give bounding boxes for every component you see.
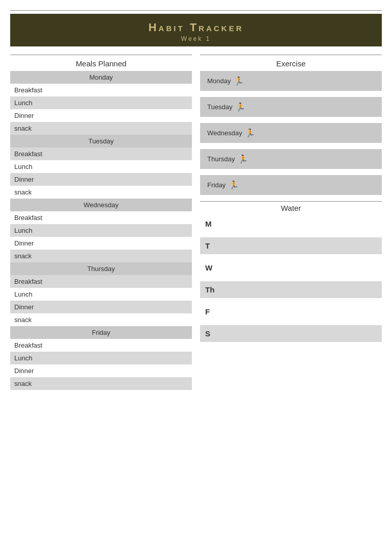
page-subtitle: Week 1 [15,35,377,42]
meal-row[interactable]: snack [10,250,192,262]
water-section-header: Water [200,201,382,215]
water-day-label: Th [205,285,219,294]
water-day-label: F [205,307,219,316]
runner-icon: 🏃 [245,128,255,138]
exercise-row-thursday[interactable]: Thursday 🏃 [200,149,382,169]
water-row[interactable]: F [200,303,382,320]
meal-row[interactable]: Breakfast [10,211,192,224]
water-row[interactable]: W [200,259,382,276]
water-row[interactable]: S [200,325,382,342]
meal-row[interactable]: Lunch [10,224,192,237]
water-day-label: S [205,329,219,338]
water-row[interactable]: M [200,215,382,232]
day-header-tuesday: Tuesday [10,135,192,148]
meal-row[interactable]: snack [10,377,192,390]
meal-row[interactable]: Dinner [10,364,192,377]
runner-icon: 🏃 [229,180,239,190]
water-day-label: M [205,219,219,228]
meal-row[interactable]: snack [10,313,192,326]
water-row[interactable]: T [200,237,382,254]
meal-row[interactable]: Dinner [10,173,192,186]
runner-icon: 🏃 [238,154,248,164]
meal-row[interactable]: Breakfast [10,84,192,96]
exercise-day-label: Tuesday [207,103,232,111]
runner-icon: 🏃 [235,102,246,112]
top-border [10,10,382,11]
day-header-friday: Friday [10,326,192,339]
meals-section: Meals Planned MondayBreakfastLunchDinner… [10,55,192,390]
exercise-day-label: Monday [207,77,231,85]
meal-row[interactable]: Breakfast [10,339,192,352]
exercise-day-label: Friday [207,181,226,189]
water-day-label: W [205,263,219,272]
water-day-label: T [205,241,219,250]
meal-row[interactable]: Lunch [10,288,192,301]
exercise-row-friday[interactable]: Friday 🏃 [200,175,382,195]
water-row[interactable]: Th [200,281,382,298]
meal-row[interactable]: snack [10,186,192,199]
day-header-thursday: Thursday [10,262,192,275]
exercise-row-wednesday[interactable]: Wednesday 🏃 [200,123,382,143]
day-header-wednesday: Wednesday [10,199,192,211]
exercise-day-label: Wednesday [207,129,242,137]
exercise-section: Exercise Monday 🏃Tuesday 🏃Wednesday 🏃Thu… [200,55,382,195]
exercise-row-monday[interactable]: Monday 🏃 [200,71,382,91]
meal-row[interactable]: Dinner [10,237,192,250]
exercise-container: Monday 🏃Tuesday 🏃Wednesday 🏃Thursday 🏃Fr… [200,71,382,195]
meal-row[interactable]: Lunch [10,96,192,109]
header-bar: Habit Tracker Week 1 [10,14,382,46]
exercise-row-tuesday[interactable]: Tuesday 🏃 [200,97,382,117]
water-section: Water MTWThFS [200,201,382,342]
meal-row[interactable]: snack [10,122,192,135]
meal-row[interactable]: Lunch [10,160,192,173]
meal-row[interactable]: Dinner [10,109,192,122]
meal-row[interactable]: Breakfast [10,275,192,288]
runner-icon: 🏃 [234,76,244,86]
meal-row[interactable]: Breakfast [10,148,192,160]
right-section: Exercise Monday 🏃Tuesday 🏃Wednesday 🏃Thu… [200,55,382,390]
meal-row[interactable]: Dinner [10,301,192,313]
exercise-day-label: Thursday [207,155,235,163]
exercise-section-header: Exercise [200,55,382,71]
day-header-monday: Monday [10,71,192,84]
water-container: MTWThFS [200,215,382,342]
main-grid: Meals Planned MondayBreakfastLunchDinner… [10,55,382,390]
meal-row[interactable]: Lunch [10,352,192,364]
meals-container: MondayBreakfastLunchDinnersnackTuesdayBr… [10,71,192,390]
meals-section-header: Meals Planned [10,55,192,71]
page-title: Habit Tracker [15,21,377,34]
